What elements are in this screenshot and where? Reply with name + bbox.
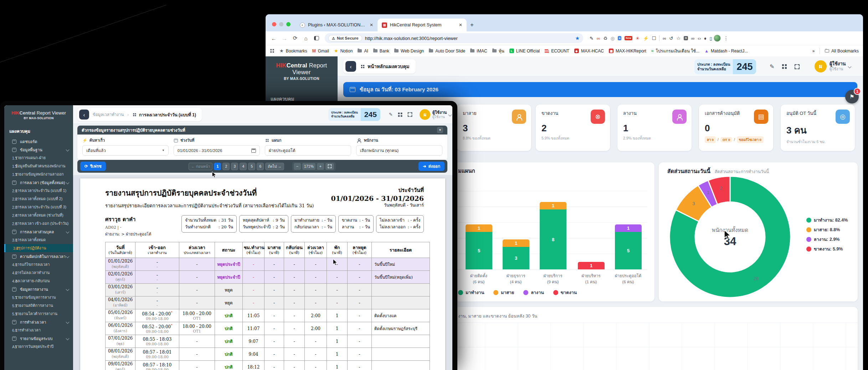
bookmark-item[interactable]: ECOUNT xyxy=(545,49,569,54)
bookmark-item[interactable]: Bank xyxy=(373,49,389,54)
key-extension-icon[interactable]: ♦ xyxy=(704,36,707,41)
back-button[interactable]: ‹ xyxy=(79,110,89,120)
sidebar-item-5.2[interactable]: 5.2รายงานสถิติการลางาน xyxy=(4,301,73,310)
bookmark-item[interactable]: ★Notion xyxy=(334,48,353,54)
recycle-extension-icon[interactable]: ♻ xyxy=(603,36,607,41)
prev-page-button[interactable]: ← ก่อนหน้า xyxy=(189,163,212,170)
back-button[interactable]: ‹ xyxy=(345,61,356,72)
sidebar-item-3.1[interactable]: 3.1การลงเวลาทั้งหมด xyxy=(4,236,73,244)
bookmark-star-icon[interactable]: ★ xyxy=(575,35,580,41)
code-extension-icon[interactable]: ‹› xyxy=(698,36,701,41)
back-icon[interactable]: ← xyxy=(269,35,278,41)
zoom-in-button[interactable]: + xyxy=(317,163,324,170)
sidebar-item[interactable]: ข้อมูลการลางาน xyxy=(4,285,73,293)
url-bar[interactable]: ⚠Not Secure http://hik.max-solution.net:… xyxy=(325,33,583,43)
bar-ฝ่ายบริหาร[interactable]: 1 xyxy=(578,262,605,269)
แผนก-input[interactable]: ฝ่ายประตูออโต้ xyxy=(265,145,351,156)
profile-avatar[interactable] xyxy=(714,35,721,42)
fullscreen-icon[interactable] xyxy=(795,64,800,69)
bookmark-item[interactable]: ▦MAX-HIKReport xyxy=(609,49,646,54)
ค้นหาเร็ว-input[interactable]: เดือนที่แล้ว▼ xyxy=(82,145,169,156)
bookmarks-overflow-button[interactable]: » xyxy=(812,49,815,54)
bookmark-item[interactable]: ≈โปรแกรมเงินเดือน ใช้... xyxy=(651,47,699,54)
sidebar-item[interactable]: การทำล่วงเวลา xyxy=(4,318,73,326)
refresh-button[interactable]: ⟳รีเฟรช xyxy=(80,162,106,171)
breadcrumb-section[interactable]: ข้อมูลเวลาทำงาน xyxy=(93,111,124,118)
zoom-out-button[interactable]: − xyxy=(294,163,301,170)
sidebar-item-4.3[interactable]: 4.3ลงเวลาสาย-กลับก่อน xyxy=(4,277,73,285)
fit-screen-button[interactable] xyxy=(325,163,334,170)
พนักงาน-input[interactable]: เลือกพนักงาน (ทุกคน) xyxy=(356,145,442,156)
user-menu[interactable]: ผ ผู้ใช้งานผู้ใช้งาน xyxy=(815,60,851,72)
sidebar-item-2.1[interactable]: 2.1การลงเวลาประจำวัน (แบบที่ 1) xyxy=(4,187,73,195)
lens-extension-icon[interactable]: ◎ xyxy=(611,36,615,41)
sidebar-item-2.2[interactable]: 2.2การลงเวลาทั้งหมด (แบบที่ 2) xyxy=(4,195,73,203)
apps-grid-icon[interactable] xyxy=(398,112,402,117)
sidebar-item-5.1[interactable]: 5.1รายงานข้อมูลการลางาน xyxy=(4,293,73,301)
gtranslate-extension-icon[interactable]: G xyxy=(684,36,688,40)
apps-grid-icon[interactable] xyxy=(270,49,274,52)
bar-ฝ่ายบริการ[interactable]: 81 xyxy=(540,202,566,269)
bookmark-item[interactable]: iMAC xyxy=(470,49,487,54)
new-badge-extension-icon[interactable]: New xyxy=(625,36,632,40)
bookmark-item[interactable]: ▲Matdash - ReactJ... xyxy=(704,49,748,54)
page-button-4[interactable]: 4 xyxy=(240,163,247,170)
bookmark-item[interactable]: AI xyxy=(358,49,368,54)
page-button-2[interactable]: 2 xyxy=(222,163,230,170)
sidebar-item-4.2[interactable]: 4.2การไม่ลงเวลาทำงาน xyxy=(4,269,73,277)
all-bookmarks-button[interactable]: All Bookmarks xyxy=(825,49,859,54)
new-tab-button[interactable]: + xyxy=(470,21,474,29)
sidebar-item-2.3[interactable]: 2.3การลงเวลาประจำวัน (แบบที่ 3) xyxy=(4,203,73,211)
page-button-6[interactable]: 6 xyxy=(257,163,264,170)
bolt-extension-icon[interactable]: ⚡ xyxy=(643,36,648,41)
bar-ฝ่ายธุรการ[interactable]: 31 xyxy=(503,239,529,269)
sidebar-item-3.2[interactable]: 3.2สรุปการปฏิบัติงาน xyxy=(4,244,73,252)
sidebar-item[interactable]: แดชบอร์ด xyxy=(4,137,73,146)
page-button-5[interactable]: 5 xyxy=(248,163,255,170)
browser-tab[interactable]: ◐Plugins ‹ MAX-SOLUTION — \✕ xyxy=(296,19,377,31)
bar-ฝ่ายติดตั้ง[interactable]: 51 xyxy=(466,224,492,269)
bookmark-item[interactable]: Auto Door Slide xyxy=(429,49,465,54)
burst-extension-icon[interactable]: ☀ xyxy=(636,36,640,41)
bookmark-item[interactable]: ◆MAX-HCAC xyxy=(574,49,604,54)
sidebar-item-1.1[interactable]: 1.1รายการแผนก-ฝ่าย xyxy=(4,154,73,162)
feedback-pen-icon[interactable]: ✎ xyxy=(389,112,393,117)
sidebar-item-4.1[interactable]: 4.1การแก้ไขการลงเวลา xyxy=(4,260,73,269)
pen-extension-icon[interactable]: ✎ xyxy=(590,36,594,41)
filter-collapse-button[interactable]: ▼ xyxy=(437,127,443,133)
sidebar-item[interactable]: การลงเวลาส่วนบุคล xyxy=(4,228,73,236)
minimize-window-icon[interactable] xyxy=(279,22,283,26)
bookmark-item[interactable]: LLINE Official xyxy=(509,49,540,54)
sidebar-item-5.3[interactable]: 5.3รายงานโควต้าการลางาน xyxy=(4,310,73,318)
bookmark-item[interactable] xyxy=(270,49,274,53)
feedback-pen-icon[interactable]: ✎ xyxy=(770,63,774,70)
url-text[interactable]: http://hik.max-solution.net:3001/report-… xyxy=(365,36,572,41)
ช่วงวันที่-input[interactable]: 01/01/2026 - 31/01/2026 xyxy=(174,145,260,156)
close-tab-icon[interactable]: ✕ xyxy=(369,22,374,27)
user-menu[interactable]: ผ ผู้ใช้งานผู้ใช้งาน xyxy=(420,109,451,120)
sidebar-item[interactable]: การลงเวลา (ข้อมูลทั้งหมด) xyxy=(4,178,73,187)
sidebar-item-6.1[interactable]: 6.1การทำล่วงเวลา xyxy=(4,326,73,334)
close-window-icon[interactable] xyxy=(272,22,276,26)
sidebar-item-2.5[interactable]: 2.5การลงเวลา เข้า-ออก (ประจำวัน) xyxy=(4,219,73,228)
export-button[interactable]: ➜ส่งออก xyxy=(418,162,445,171)
translate-extension-icon[interactable]: a xyxy=(618,36,621,40)
glasses-incognito-icon[interactable]: ∞ xyxy=(663,36,666,41)
zoom-window-icon[interactable] xyxy=(286,22,291,26)
bookmark-item[interactable]: ★Bookmarks xyxy=(279,48,307,54)
not-secure-chip[interactable]: ⚠Not Secure xyxy=(328,35,362,41)
reading-list-icon[interactable] xyxy=(314,36,319,40)
sidebar-item-A1[interactable]: A1รายการวันหยุดประจำปี xyxy=(4,343,73,351)
sidebar-item-2.4[interactable]: 2.4การลงเวลาทั้งหมด (ช่วงวันที่) xyxy=(4,211,73,219)
sidebar-item-1.3[interactable]: 1.3รายงานข้อมูลพนักงานลาออก xyxy=(4,170,73,178)
page-button-1[interactable]: 1 xyxy=(214,163,221,170)
link2-extension-icon[interactable]: ∞ xyxy=(691,36,694,41)
fullscreen-icon[interactable] xyxy=(407,112,412,117)
next-page-button[interactable]: ถัดไป → xyxy=(265,163,284,170)
trash-extension-icon[interactable]: ▯ xyxy=(710,36,712,41)
apps-grid-icon[interactable] xyxy=(782,64,787,69)
sidebar-item-1.2[interactable]: 1.2ข้อมูลยืนยันตัวตนของพนักงาน xyxy=(4,162,73,170)
bookmark-item[interactable]: MGmail xyxy=(312,49,329,54)
link-extension-icon[interactable]: ∞ xyxy=(597,36,600,41)
reload-icon[interactable]: ⟳ xyxy=(291,35,300,41)
